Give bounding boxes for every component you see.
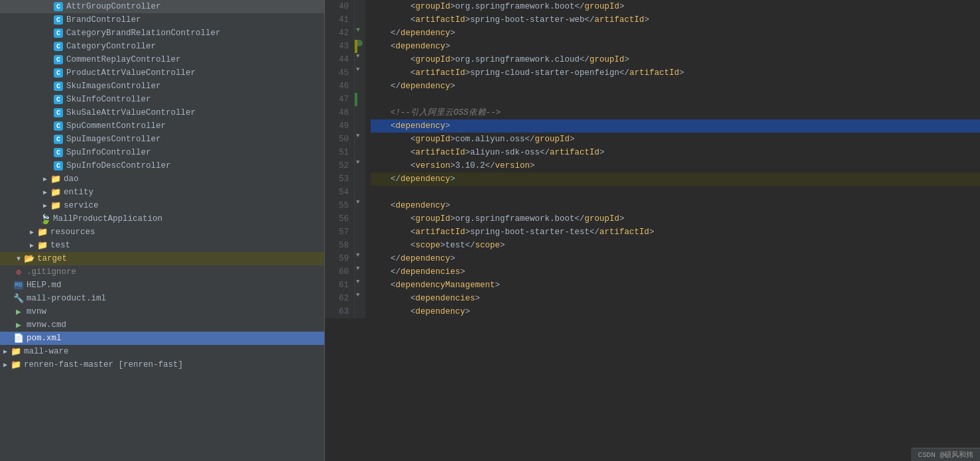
code-line-41: <artifactId>spring-boot-starter-web</art… [371, 13, 980, 27]
code-line-60: </dependencies> [371, 265, 980, 279]
code-editor[interactable]: 40 41 42 43 44 45 46 47 48 49 50 51 52 5… [325, 0, 980, 461]
folder-icon: 📁 [11, 346, 21, 357]
tree-item-service[interactable]: ▶ 📁 service [0, 199, 324, 212]
tree-item-mallware[interactable]: ▶ 📁 mall-ware [0, 345, 324, 358]
code-content: <groupId>org.springframework.boot</group… [365, 0, 980, 318]
code-line-56: <groupId>org.springframework.boot</group… [371, 212, 980, 226]
folder-icon: 📁 [37, 240, 48, 251]
code-line-48: <!--引入阿里云OSS依赖--> [371, 106, 980, 119]
code-line-54 [371, 186, 980, 199]
tree-item-test[interactable]: ▶ 📁 test [0, 239, 324, 252]
tree-item-target[interactable]: ▼ 📂 target [0, 252, 324, 265]
chevron-right-icon: ▶ [27, 227, 37, 237]
tree-item-CommentReplayController[interactable]: C CommentReplayController [0, 53, 324, 66]
mvnw-icon: ▶ [13, 306, 24, 317]
chevron-down-icon: ▼ [13, 253, 24, 264]
code-line-49: <dependency> [371, 119, 980, 133]
tree-item-AttrGroupController[interactable]: C AttrGroupController [0, 0, 324, 13]
editor-gutter: ▼ ▼ ▼ ▼ ▼ ▼ ▼ ▼ ▼ ▼ [355, 0, 365, 318]
tree-item-resources[interactable]: ▶ 📁 resources [0, 226, 324, 239]
tree-item-SkuImagesController[interactable]: C SkuImagesController [0, 80, 324, 93]
chevron-right-icon: ▶ [0, 346, 11, 357]
class-icon: C [53, 94, 64, 105]
code-line-58: <scope>test</scope> [371, 239, 980, 252]
tree-item-SpuInfoDescController[interactable]: C SpuInfoDescController [0, 159, 324, 172]
tree-label: SpuInfoController [66, 148, 151, 157]
tree-label: test [50, 241, 70, 250]
class-icon: C [53, 121, 64, 131]
tree-label: renren-fast-master [renren-fast] [24, 360, 183, 369]
tree-label: mvnw.cmd [27, 320, 66, 330]
tree-label: entity [64, 188, 93, 197]
tree-item-pomxml[interactable]: 📄 pom.xml [0, 332, 324, 345]
chevron-right-icon: ▶ [40, 174, 50, 184]
tree-label: BrandController [66, 15, 141, 25]
tree-item-mvnw[interactable]: ▶ mvnw [0, 305, 324, 318]
folder-icon: 📁 [50, 174, 61, 184]
class-icon: C [53, 41, 64, 52]
tree-item-mvnwcmd[interactable]: ▶ mvnw.cmd [0, 318, 324, 332]
tree-label: MallProductApplication [53, 214, 162, 224]
line-numbers: 40 41 42 43 44 45 46 47 48 49 50 51 52 5… [325, 0, 355, 318]
folder-icon: 📁 [37, 227, 48, 237]
code-line-50: <groupId>com.aliyun.oss</groupId> [371, 133, 980, 146]
tree-item-BrandController[interactable]: C BrandController [0, 13, 324, 27]
folder-open-icon: 📂 [24, 253, 34, 264]
iml-icon: 🔧 [13, 293, 24, 304]
code-line-55: <dependency> [371, 199, 980, 212]
tree-item-entity[interactable]: ▶ 📁 entity [0, 186, 324, 199]
spring-icon: 🍃 [40, 214, 50, 224]
folder-icon: 📁 [11, 360, 21, 370]
tree-label: dao [64, 174, 79, 184]
class-icon: C [53, 134, 64, 145]
class-icon: C [53, 107, 64, 118]
tree-item-CategoryBrandRelationController[interactable]: C CategoryBrandRelationController [0, 27, 324, 40]
tree-label: .gitignore [27, 267, 76, 277]
tree-label: service [64, 201, 99, 210]
tree-label: SkuSaleAttrValueController [66, 108, 196, 117]
tree-item-renren[interactable]: ▶ 📁 renren-fast-master [renren-fast] [0, 358, 324, 371]
tree-label: resources [50, 228, 95, 237]
bottom-bar-text: CSDN @硕风和炜 [918, 451, 973, 459]
tree-label: CategoryBrandRelationController [66, 29, 221, 38]
class-icon: C [53, 54, 64, 65]
folder-icon: 📁 [50, 200, 61, 211]
class-icon: C [53, 28, 64, 38]
tree-label: AttrGroupController [66, 2, 161, 11]
tree-label: ProductAttrValueController [66, 68, 196, 78]
code-line-62: <dependencies> [371, 292, 980, 305]
tree-item-ProductAttrValueController[interactable]: C ProductAttrValueController [0, 66, 324, 80]
git-icon: ⚙ [13, 267, 24, 277]
tree-item-CategoryController[interactable]: C CategoryController [0, 40, 324, 53]
code-line-59: </dependency> [371, 252, 980, 265]
tree-item-iml[interactable]: 🔧 mall-product.iml [0, 292, 324, 305]
tree-item-MallProductApplication[interactable]: 🍃 MallProductApplication [0, 212, 324, 226]
class-icon: C [53, 161, 64, 171]
folder-icon: 📁 [50, 187, 61, 198]
class-icon: C [53, 1, 64, 12]
code-line-52: <version>3.10.2</version> [371, 159, 980, 172]
tree-item-SpuImagesController[interactable]: C SpuImagesController [0, 133, 324, 146]
class-icon: C [53, 81, 64, 92]
tree-item-gitignore[interactable]: ⚙ .gitignore [0, 265, 324, 279]
class-icon: C [53, 15, 64, 25]
tree-item-SpuInfoController[interactable]: C SpuInfoController [0, 146, 324, 159]
chevron-right-icon: ▶ [27, 240, 37, 251]
code-line-43: <dependency> [371, 40, 980, 53]
tree-label: SpuImagesController [66, 135, 161, 144]
code-line-61: <dependencyManagement> [371, 279, 980, 292]
chevron-right-icon: ▶ [0, 360, 11, 370]
code-line-51: <artifactId>aliyun-sdk-oss</artifactId> [371, 146, 980, 159]
code-line-44: <groupId>org.springframework.cloud</grou… [371, 53, 980, 66]
tree-item-SkuInfoController[interactable]: C SkuInfoController [0, 93, 324, 106]
tree-item-dao[interactable]: ▶ 📁 dao [0, 172, 324, 186]
tree-item-SpuCommentController[interactable]: C SpuCommentController [0, 119, 324, 133]
tree-item-SkuSaleAttrValueController[interactable]: C SkuSaleAttrValueController [0, 106, 324, 119]
tree-label: mall-product.iml [27, 294, 106, 303]
file-tree[interactable]: C AttrGroupController C BrandController … [0, 0, 325, 461]
tree-label: SpuCommentController [66, 121, 166, 131]
tree-item-helpmd[interactable]: MD HELP.md [0, 279, 324, 292]
tree-label: pom.xml [27, 334, 62, 343]
chevron-right-icon: ▶ [40, 200, 50, 211]
chevron-right-icon: ▶ [40, 187, 50, 198]
